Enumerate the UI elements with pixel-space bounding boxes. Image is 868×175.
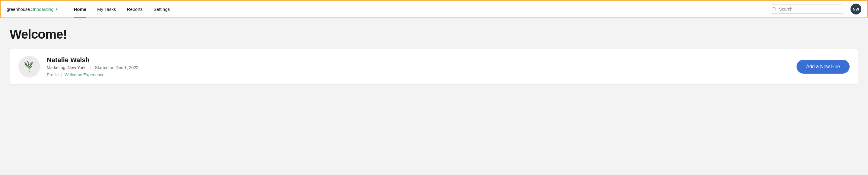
svg-line-1 <box>775 10 776 10</box>
brand-greenhouse-text: greenhouse <box>7 7 30 12</box>
main-content: Welcome! <box>0 18 868 175</box>
plant-icon <box>22 59 36 74</box>
navbar: greenhouse Onboarding ▾ Home My Tasks Re… <box>0 0 868 18</box>
search-box[interactable] <box>768 4 846 13</box>
meta-separator: | <box>90 65 91 70</box>
nav-right: NW <box>768 4 861 14</box>
brand-onboarding-text: Onboarding <box>30 7 53 12</box>
search-input[interactable] <box>779 7 842 11</box>
employee-department: Marketing <box>47 65 65 70</box>
employee-info: Natalie Walsh Marketing, New York | Star… <box>47 56 790 77</box>
employee-started: Started on Dec 1, 2022 <box>95 65 138 70</box>
welcome-heading: Welcome! <box>10 27 858 41</box>
employee-name: Natalie Walsh <box>47 56 790 64</box>
employee-card: Natalie Walsh Marketing, New York | Star… <box>10 49 858 85</box>
search-icon <box>772 7 777 11</box>
nav-link-my-tasks[interactable]: My Tasks <box>92 0 121 18</box>
welcome-experience-link[interactable]: Welcome Experience <box>65 72 104 77</box>
profile-link[interactable]: Profile <box>47 72 59 77</box>
nav-link-reports[interactable]: Reports <box>122 0 148 18</box>
nav-link-home[interactable]: Home <box>68 0 92 18</box>
avatar[interactable]: NW <box>850 4 861 14</box>
nav-link-settings[interactable]: Settings <box>148 0 175 18</box>
brand-logo[interactable]: greenhouse Onboarding ▾ <box>7 7 58 12</box>
links-separator: | <box>61 72 62 77</box>
add-new-hire-button[interactable]: Add a New Hire <box>797 60 849 74</box>
avatar-plant <box>19 56 40 78</box>
employee-links: Profile | Welcome Experience <box>47 72 790 77</box>
nav-links: Home My Tasks Reports Settings <box>68 0 768 18</box>
chevron-down-icon[interactable]: ▾ <box>56 7 58 11</box>
employee-meta: Marketing, New York | Started on Dec 1, … <box>47 65 790 70</box>
employee-location: New York <box>67 65 85 70</box>
